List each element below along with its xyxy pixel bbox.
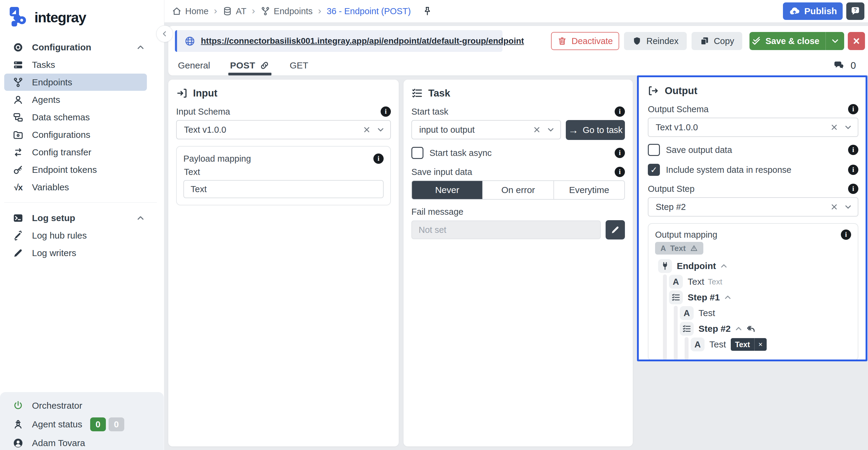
save-input-data-info-icon[interactable]: i <box>615 167 625 177</box>
output-step-select[interactable]: Step #2 <box>648 197 858 216</box>
pin-icon[interactable] <box>422 6 433 16</box>
output-mapping-tree: EndpointATextTextStep #1ATestStep #2ATes… <box>655 258 851 360</box>
sidebar-item-endpoint-tokens[interactable]: Endpoint tokens <box>4 161 147 178</box>
footer-item-agent-status[interactable]: Agent status00 <box>0 415 164 434</box>
save-close-button[interactable]: Save & close <box>749 32 844 50</box>
sidebar-item-tasks[interactable]: Tasks <box>4 56 147 73</box>
tab-post[interactable]: POST <box>229 56 271 76</box>
icon-box <box>12 42 24 53</box>
sidebar-item-config-transfer[interactable]: Config transfer <box>4 144 147 161</box>
folder-icon <box>13 129 24 140</box>
sidebar-item-label: Tasks <box>32 60 55 70</box>
icon-box <box>12 77 24 88</box>
checklist-icon <box>671 293 680 302</box>
output-schema-info-icon[interactable]: i <box>848 104 858 114</box>
tree-node-text[interactable]: ATextText <box>655 274 851 290</box>
payload-mapping-card: Payload mapping i Text <box>176 146 391 205</box>
tab-label: GET <box>289 60 308 70</box>
output-mapping-info-icon[interactable]: i <box>841 230 851 240</box>
chevron-down-icon[interactable] <box>844 123 852 131</box>
tab-get[interactable]: GET <box>288 56 309 76</box>
pencil-icon <box>611 225 620 235</box>
sidebar-nav: ConfigurationTasksEndpointsAgentsData sc… <box>0 39 164 262</box>
sidebar-item-log-hub-rules[interactable]: Log hub rules <box>4 227 147 244</box>
start-task-async-info-icon[interactable]: i <box>615 148 625 158</box>
chevup-icon[interactable] <box>734 325 743 333</box>
output-mapping-label: Output mapping <box>655 230 717 240</box>
endpoint-url-link[interactable]: https://connectorbasilisk001.integray.ap… <box>201 36 524 46</box>
include-system-data-info-icon[interactable]: i <box>848 165 858 175</box>
help-button[interactable]: ? <box>846 2 864 20</box>
icon-box <box>12 112 24 123</box>
chevron-down-icon[interactable] <box>844 203 852 211</box>
deactivate-button[interactable]: Deactivate <box>551 32 619 50</box>
chevup-icon[interactable] <box>136 213 145 222</box>
breadcrumb-item-at[interactable]: AT <box>223 6 246 16</box>
copy-icon <box>700 36 709 46</box>
publish-button[interactable]: Publish <box>783 2 843 20</box>
breadcrumb-item-endpoints[interactable]: Endpoints <box>260 6 313 16</box>
breadcrumb-item-home[interactable]: Home <box>172 6 208 16</box>
comments-icon <box>832 59 846 71</box>
mapped-value-chip[interactable]: Text× <box>731 338 767 351</box>
save-output-data-info-icon[interactable]: i <box>848 145 858 155</box>
chevup-icon[interactable] <box>723 293 732 302</box>
node-type-box <box>669 291 683 304</box>
output-schema-select[interactable]: Text v1.0.0 <box>648 118 858 137</box>
sidebar-item-label: Endpoints <box>32 77 72 87</box>
sidebar-item-label: Config transfer <box>32 147 91 157</box>
sidebar-item-variables[interactable]: √xVariables <box>4 179 147 196</box>
save-output-data-checkbox[interactable] <box>648 144 660 156</box>
tree-node-endpoint[interactable]: Endpoint <box>655 258 851 274</box>
tab-general[interactable]: General <box>177 56 211 76</box>
tree-node-step-1[interactable]: Step #1 <box>655 290 851 305</box>
sidebar-item-endpoints[interactable]: Endpoints <box>4 73 147 91</box>
start-task-info-icon[interactable]: i <box>615 107 625 117</box>
tabs-row: GeneralPOSTGET 0 <box>177 56 856 76</box>
save-input-option-never[interactable]: Never <box>412 181 482 199</box>
sidebar-item-configuration[interactable]: Configuration <box>4 39 147 56</box>
sidebar-collapse-button[interactable] <box>156 25 173 42</box>
footer-item-adam-tovara[interactable]: Adam Tovara <box>0 434 164 450</box>
output-step-info-icon[interactable]: i <box>848 184 858 194</box>
chevron-down-icon[interactable] <box>376 125 385 134</box>
reindex-button[interactable]: Reindex <box>624 32 687 50</box>
start-task-async-checkbox[interactable] <box>411 147 424 159</box>
tree-node-step-2[interactable]: Step #2 <box>655 321 851 337</box>
payload-mapping-info-icon[interactable]: i <box>373 153 384 164</box>
start-task-select[interactable]: input to output <box>411 120 561 139</box>
sidebar-item-log-writers[interactable]: Log writers <box>4 244 147 262</box>
sidebar-item-configurations[interactable]: Configurations <box>4 126 147 143</box>
close-button[interactable]: × <box>848 32 865 50</box>
save-input-option-on-error[interactable]: On error <box>482 181 553 199</box>
chevron-down-icon[interactable] <box>547 125 555 134</box>
save-input-option-everytime[interactable]: Everytime <box>553 181 624 199</box>
remove-mapping-button[interactable]: × <box>754 338 767 351</box>
include-system-data-checkbox[interactable]: ✓ <box>648 164 660 176</box>
sidebar-item-data-schemas[interactable]: Data schemas <box>4 109 147 126</box>
input-schema-info-icon[interactable]: i <box>381 107 391 117</box>
tab-label: POST <box>230 60 255 70</box>
chevup-icon[interactable] <box>720 262 728 270</box>
save-close-main[interactable]: Save & close <box>749 32 821 50</box>
app-logo[interactable]: integray <box>0 0 164 28</box>
tree-node-test[interactable]: ATest <box>655 305 851 321</box>
edit-fail-message-button[interactable] <box>606 220 625 239</box>
go-to-task-button[interactable]: → Go to task <box>566 120 625 140</box>
clear-icon[interactable] <box>533 125 541 134</box>
save-options-caret[interactable] <box>826 32 844 50</box>
sidebar-item-log-setup[interactable]: Log setup <box>4 209 147 227</box>
clear-icon[interactable] <box>830 203 838 211</box>
mapping-source-chip[interactable]: A Text <box>655 242 703 254</box>
clear-icon[interactable] <box>830 123 838 131</box>
tree-indent-guide <box>663 274 667 360</box>
copy-button[interactable]: Copy <box>691 32 742 50</box>
sidebar-item-agents[interactable]: Agents <box>4 91 147 108</box>
chevup-icon[interactable] <box>136 43 145 52</box>
footer-item-orchestrator[interactable]: Orchestrator <box>0 396 164 415</box>
input-schema-select[interactable]: Text v1.0.0 <box>176 120 391 139</box>
comments-button[interactable]: 0 <box>832 59 856 71</box>
payload-text-input[interactable] <box>183 180 384 198</box>
clear-icon[interactable] <box>363 125 371 134</box>
power-icon <box>13 400 24 411</box>
